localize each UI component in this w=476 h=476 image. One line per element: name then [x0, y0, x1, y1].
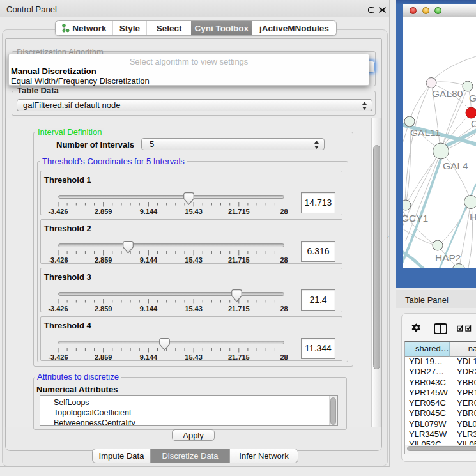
svg-text:C: C [471, 118, 476, 129]
svg-text:GAL80: GAL80 [432, 88, 463, 99]
svg-text:H: H [470, 211, 476, 222]
svg-text:GCY1: GCY1 [403, 213, 428, 224]
svg-text:HAP2: HAP2 [435, 252, 461, 263]
svg-text:GA: GA [469, 93, 476, 104]
svg-text:GAL4: GAL4 [443, 160, 468, 171]
svg-text:GAL11: GAL11 [410, 127, 440, 138]
